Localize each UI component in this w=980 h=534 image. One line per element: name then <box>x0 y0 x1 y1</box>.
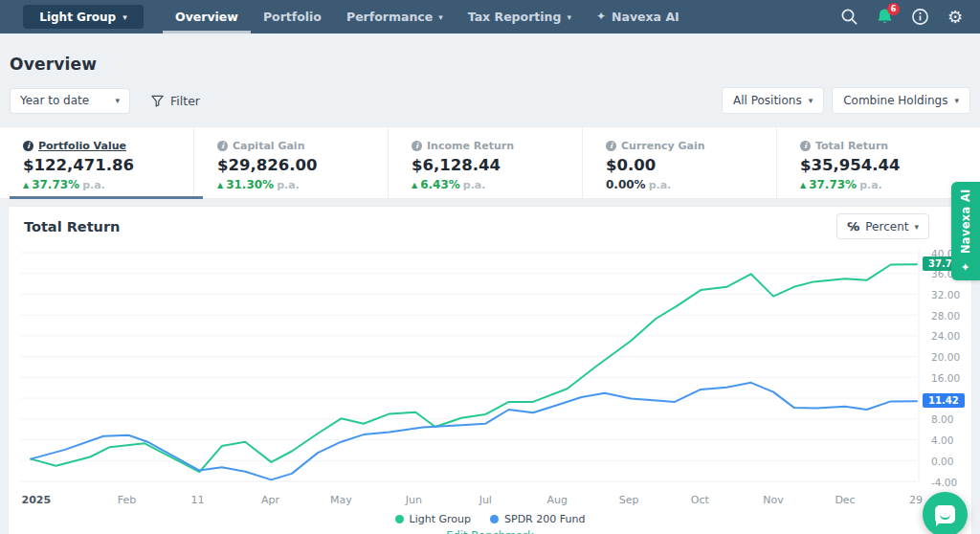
stat-change: 0.00%p.a. <box>606 178 776 191</box>
stat-currency-gain[interactable]: iCurrency Gain$0.000.00%p.a. <box>583 127 777 198</box>
chevron-down-icon: ▾ <box>438 1 443 34</box>
portfolio-selector-label: Light Group <box>39 11 116 24</box>
y-axis-tick: 16.00 <box>931 372 973 384</box>
notifications-bell-icon[interactable]: 6 <box>873 6 896 29</box>
arrow-up-icon: ▲ <box>217 181 223 189</box>
y-axis-tick: -4.00 <box>931 477 973 488</box>
notification-count-badge: 6 <box>887 3 900 15</box>
chart-title: Total Return <box>24 219 120 234</box>
x-axis-tick: May <box>330 494 352 506</box>
filter-button[interactable]: Filter <box>151 94 200 108</box>
total-return-chart-card: Total Return ℅ Percent ▾ 40.0036.0032.00… <box>8 206 972 534</box>
summary-stats-strip: iPortfolio Value$122,471.86▲37.73%p.a.iC… <box>0 126 980 199</box>
x-axis-tick: Feb <box>118 494 136 506</box>
x-axis-tick: Jun <box>406 494 422 506</box>
chart-x-axis: 2025Feb11AprMayJunJulAugSepOctNovDec29 <box>9 492 971 511</box>
stat-value: $35,954.44 <box>800 156 980 174</box>
top-navbar: Light Group ▾ OverviewPortfolioPerforman… <box>0 0 980 33</box>
info-icon: i <box>800 141 811 151</box>
legend-item-spdr-200-fund[interactable]: SPDR 200 Fund <box>490 513 585 525</box>
unit-selector-label: Percent <box>865 220 908 234</box>
y-axis-tick: 20.00 <box>931 351 973 363</box>
x-axis-tick: 11 <box>191 494 205 506</box>
chevron-down-icon: ▾ <box>115 96 120 105</box>
stat-value: $122,471.86 <box>23 156 193 174</box>
x-axis-tick: Jul <box>479 494 492 506</box>
nav-tab-navexa-ai[interactable]: ✦Navexa AI <box>584 0 692 33</box>
series-line-light-group <box>31 264 917 472</box>
y-axis-tick: 28.00 <box>931 310 973 322</box>
chart-header: Total Return ℅ Percent ▾ <box>9 207 971 243</box>
stat-change: ▲31.30%p.a. <box>217 178 388 191</box>
navexa-ai-side-tab[interactable]: ✦ Navexa AI <box>951 182 980 280</box>
info-icon: i <box>412 141 422 151</box>
portfolio-selector-dropdown[interactable]: Light Group ▾ <box>23 5 144 29</box>
stat-capital-gain[interactable]: iCapital Gain$29,826.00▲31.30%p.a. <box>194 127 389 198</box>
date-range-dropdown[interactable]: Year to date ▾ <box>10 88 130 114</box>
sparkle-icon: ✦ <box>959 260 972 274</box>
main-nav-tabs: OverviewPortfolioPerformance▾Tax Reporti… <box>163 0 692 33</box>
stat-income-return[interactable]: iIncome Return$6,128.44▲6.43%p.a. <box>389 127 583 198</box>
info-icon: i <box>23 141 33 151</box>
chart-plot-area[interactable]: 40.0036.0032.0028.0024.0020.0016.008.004… <box>9 243 971 492</box>
nav-tab-portfolio[interactable]: Portfolio <box>251 0 334 33</box>
nav-tab-tax-reporting[interactable]: Tax Reporting▾ <box>456 0 584 33</box>
search-icon[interactable] <box>837 6 860 29</box>
y-axis-tick: 4.00 <box>931 434 973 446</box>
y-axis-tick: 0.00 <box>931 456 973 467</box>
info-icon: i <box>217 141 228 151</box>
edit-benchmark-link[interactable]: Edit Benchmark <box>9 529 971 534</box>
percent-icon: ℅ <box>847 220 859 234</box>
chat-bubble-icon <box>935 505 955 523</box>
all-positions-label: All Positions <box>733 94 802 107</box>
stat-change: ▲37.73%p.a. <box>23 178 193 191</box>
legend-item-light-group[interactable]: Light Group <box>395 513 471 525</box>
active-stat-underline <box>10 196 203 199</box>
x-axis-tick: Nov <box>763 494 783 506</box>
nav-tab-overview[interactable]: Overview <box>163 0 251 33</box>
filter-button-label: Filter <box>170 94 200 108</box>
combine-holdings-label: Combine Holdings <box>843 94 947 107</box>
stat-value: $0.00 <box>606 156 776 174</box>
chat-support-button[interactable] <box>923 492 968 534</box>
unit-selector-dropdown[interactable]: ℅ Percent ▾ <box>836 213 929 239</box>
sparkle-icon: ✦ <box>596 0 606 33</box>
nav-tab-performance[interactable]: Performance▾ <box>334 0 456 33</box>
legend-dot <box>395 515 404 523</box>
x-axis-tick: Apr <box>261 494 279 506</box>
x-axis-tick: 2025 <box>22 494 52 506</box>
stat-portfolio-value[interactable]: iPortfolio Value$122,471.86▲37.73%p.a. <box>0 127 194 198</box>
y-axis-tick: 24.00 <box>931 330 973 342</box>
stat-change: ▲6.43%p.a. <box>412 178 582 191</box>
arrow-up-icon: ▲ <box>23 181 29 189</box>
x-axis-tick: Sep <box>619 494 639 506</box>
info-icon[interactable] <box>908 6 931 29</box>
settings-gear-icon[interactable]: ⚙ <box>944 6 967 29</box>
y-axis-tick: 8.00 <box>931 413 973 425</box>
stat-value: $29,826.00 <box>217 156 388 174</box>
stat-total-return[interactable]: iTotal Return$35,954.44▲37.73%p.a. <box>777 127 980 198</box>
arrow-up-icon: ▲ <box>412 181 417 189</box>
info-icon: i <box>606 141 616 151</box>
legend-dot <box>490 515 499 523</box>
stat-value: $6,128.44 <box>412 156 582 174</box>
x-axis-tick: Oct <box>691 494 709 506</box>
y-axis-tick: 32.00 <box>931 289 973 300</box>
chart-svg <box>9 243 973 492</box>
funnel-icon <box>151 95 164 107</box>
date-range-value: Year to date <box>20 94 89 107</box>
chart-legend: Light GroupSPDR 200 Fund <box>9 511 971 527</box>
x-axis-tick: 29 <box>909 494 923 506</box>
chevron-down-icon: ▾ <box>914 222 919 232</box>
filter-row: Year to date ▾ Filter All Positions ▾ Co… <box>10 87 970 114</box>
navexa-ai-side-tab-label: Navexa AI <box>959 189 972 254</box>
chevron-down-icon: ▾ <box>809 96 813 105</box>
page-title: Overview <box>10 55 980 74</box>
series-end-value-badge: 11.42 <box>923 393 965 408</box>
chevron-down-icon: ▾ <box>122 12 127 22</box>
combine-holdings-dropdown[interactable]: Combine Holdings ▾ <box>832 87 970 114</box>
all-positions-dropdown[interactable]: All Positions ▾ <box>722 87 824 114</box>
chevron-down-icon: ▾ <box>567 1 571 34</box>
x-axis-tick: Aug <box>547 494 568 506</box>
series-line-spdr-200-fund <box>31 383 917 480</box>
